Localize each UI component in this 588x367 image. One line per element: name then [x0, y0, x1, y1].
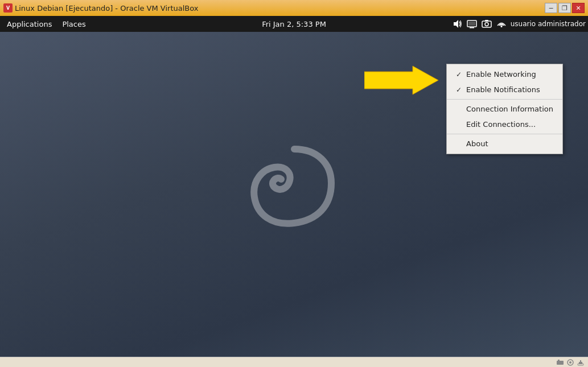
networking-check-icon: ✓	[456, 71, 463, 79]
minimize-button[interactable]: −	[545, 3, 557, 13]
vbox-window: V Linux Debian [Ejecutando] - Oracle VM …	[0, 0, 588, 367]
panel-left: Applications Places	[2, 19, 91, 30]
places-menu[interactable]: Places	[57, 19, 90, 30]
network-icon[interactable]	[496, 18, 507, 30]
arrow-indicator	[364, 63, 438, 100]
svg-rect-17	[580, 360, 581, 362]
enable-networking-item[interactable]: ✓ Enable Networking	[447, 67, 562, 82]
vbox-statusbar	[0, 357, 588, 367]
panel-clock: Fri Jan 2, 5:33 PM	[262, 20, 326, 28]
status-icon-1	[556, 358, 565, 367]
menu-separator-1	[447, 99, 562, 100]
about-item[interactable]: About	[447, 136, 562, 151]
enable-networking-label: Enable Networking	[466, 70, 536, 79]
vm-content: Applications Places Fri Jan 2, 5:33 PM	[0, 16, 588, 367]
title-bar-left: V Linux Debian [Ejecutando] - Oracle VM …	[3, 3, 199, 13]
svg-rect-6	[482, 21, 491, 27]
desktop: ✓ Enable Networking ✓ Enable Notificatio…	[0, 32, 588, 357]
enable-notifications-item[interactable]: ✓ Enable Notifications	[447, 82, 562, 97]
title-bar: V Linux Debian [Ejecutando] - Oracle VM …	[0, 0, 588, 16]
gnome-panel: Applications Places Fri Jan 2, 5:33 PM	[0, 16, 588, 32]
user-label: usuario administrador	[511, 20, 586, 28]
system-icon[interactable]	[466, 18, 478, 30]
volume-icon[interactable]	[451, 18, 463, 30]
about-label: About	[466, 139, 488, 148]
svg-marker-10	[364, 66, 438, 94]
camera-icon[interactable]	[481, 18, 492, 30]
svg-point-7	[485, 23, 488, 26]
svg-point-9	[500, 26, 502, 27]
panel-right: usuario administrador	[451, 18, 586, 30]
network-dropdown-menu: ✓ Enable Networking ✓ Enable Notificatio…	[446, 64, 563, 154]
status-icon-3	[576, 358, 585, 367]
menu-separator-2	[447, 134, 562, 134]
svg-rect-8	[485, 20, 488, 22]
window-controls: − ❐ ✕	[545, 3, 585, 13]
connection-information-item[interactable]: Connection Information	[447, 101, 562, 117]
svg-rect-11	[557, 361, 564, 365]
notifications-check-icon: ✓	[456, 86, 463, 94]
connection-information-label: Connection Information	[466, 105, 553, 113]
close-button[interactable]: ✕	[572, 3, 585, 13]
enable-notifications-label: Enable Notifications	[466, 85, 540, 94]
applications-menu[interactable]: Applications	[2, 19, 56, 30]
svg-text:V: V	[6, 6, 10, 11]
svg-rect-12	[558, 360, 560, 361]
edit-connections-label: Edit Connections...	[466, 120, 536, 129]
edit-connections-item[interactable]: Edit Connections...	[447, 117, 562, 132]
svg-point-14	[569, 361, 571, 364]
restore-button[interactable]: ❐	[558, 3, 571, 13]
window-title: Linux Debian [Ejecutando] - Oracle VM Vi…	[15, 4, 199, 13]
svg-rect-5	[470, 27, 474, 28]
debian-logo	[237, 132, 351, 257]
vbox-icon: V	[3, 3, 13, 13]
svg-marker-2	[454, 20, 458, 28]
status-icon-2	[566, 358, 575, 367]
svg-rect-4	[468, 22, 475, 26]
